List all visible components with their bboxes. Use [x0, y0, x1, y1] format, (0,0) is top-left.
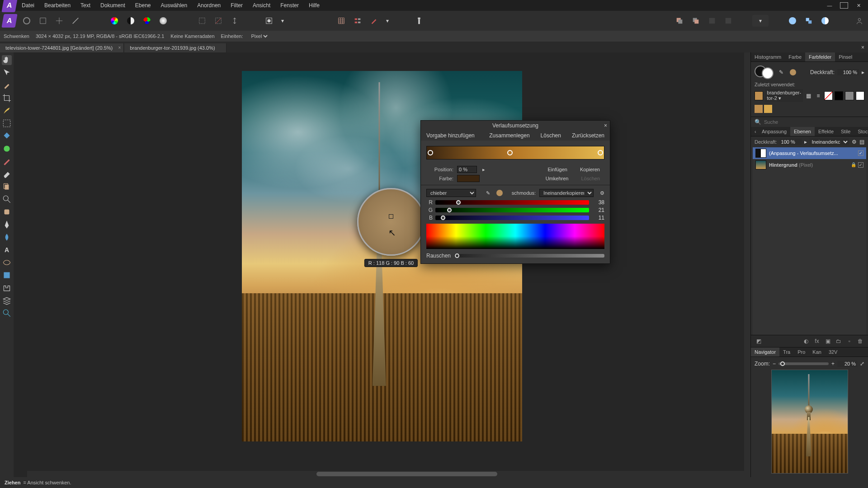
arrange-back-icon[interactable] — [674, 15, 685, 27]
heal-tool-icon[interactable] — [2, 207, 12, 217]
layer-visible-checkbox[interactable]: ✓ — [858, 150, 863, 156]
color-swatch[interactable] — [457, 175, 480, 182]
zoom-out-icon[interactable]: − — [773, 361, 776, 367]
swatch-set-select[interactable]: brandenburger-tor-2 ▾ — [765, 89, 803, 102]
flood-tool-icon[interactable] — [2, 131, 12, 141]
grey-swatch[interactable] — [845, 91, 854, 100]
window-close-icon[interactable] — [854, 2, 863, 9]
persona-develop-icon[interactable] — [53, 15, 65, 27]
zoom-input[interactable] — [837, 361, 857, 367]
zoom-fit-icon[interactable]: ⤢ — [860, 361, 864, 367]
info-icon[interactable] — [413, 15, 425, 27]
horizontal-scrollbar[interactable] — [27, 471, 750, 477]
fill-icon[interactable]: ▣ — [824, 337, 832, 345]
blend-settings-icon[interactable]: ⚙ — [600, 190, 604, 196]
arrange-front-icon[interactable] — [690, 15, 702, 27]
tab-stile[interactable]: Stile — [837, 127, 854, 136]
tab-anpassung[interactable]: Anpassung — [758, 127, 790, 136]
reset-button[interactable]: Zurücksetzen — [566, 131, 610, 141]
blend-mode-select[interactable]: Ineinanderkopieren — [539, 189, 594, 197]
tab-stock[interactable]: Stock — [854, 127, 868, 136]
fx-icon[interactable]: fx — [813, 337, 821, 345]
picker-mode-select[interactable]: chieber — [426, 189, 476, 197]
menu-anordnen[interactable]: Anordnen — [193, 1, 225, 10]
lock-icon[interactable]: 🔒 — [851, 162, 856, 168]
black-swatch[interactable] — [835, 91, 843, 100]
smudge-tool-icon[interactable] — [2, 232, 12, 242]
layer-settings-icon[interactable]: ⚙ — [852, 139, 857, 145]
bw-icon[interactable] — [125, 15, 137, 27]
menu-auswaehlen[interactable]: Auswählen — [156, 1, 192, 10]
hand-tool-icon[interactable] — [2, 55, 12, 65]
invert-button[interactable]: Umkehren — [541, 176, 573, 181]
tab-32v[interactable]: 32V — [825, 347, 841, 357]
opacity-stepper-icon[interactable]: ▸ — [862, 69, 864, 75]
tab-navigator[interactable]: Navigator — [751, 347, 779, 357]
tab-farbfelder[interactable]: Farbfelder — [805, 52, 835, 61]
r-slider[interactable] — [435, 200, 589, 205]
tab-ebenen[interactable]: Ebenen — [790, 127, 815, 136]
gradient-editor[interactable] — [426, 146, 604, 160]
tab-kan[interactable]: Kan — [809, 347, 825, 357]
position-input[interactable] — [457, 166, 477, 173]
no-color-swatch[interactable] — [824, 91, 833, 100]
g-slider[interactable] — [435, 208, 589, 212]
vector-tool-icon[interactable] — [2, 283, 12, 293]
clone-tool-icon[interactable] — [2, 182, 12, 192]
window-maximize-icon[interactable] — [840, 2, 848, 9]
menu-dokument[interactable]: Dokument — [96, 1, 130, 10]
spectrum-picker[interactable] — [426, 224, 604, 249]
zoom-slider[interactable] — [778, 362, 829, 365]
noise-slider[interactable] — [454, 254, 604, 258]
vertical-scrollbar[interactable] — [744, 52, 750, 471]
search-input[interactable] — [764, 119, 864, 125]
pen-tool-icon[interactable] — [2, 220, 12, 230]
dialog-title-bar[interactable]: Verlaufsumsetzung × — [421, 121, 610, 131]
swatch-opacity-input[interactable] — [837, 69, 859, 75]
menu-datei[interactable]: Datei — [17, 1, 39, 10]
gradient-stop-2[interactable] — [507, 150, 513, 155]
crop-tool-icon[interactable] — [2, 93, 12, 103]
persona-photo-icon[interactable] — [21, 15, 33, 27]
layer-row-adjustment[interactable]: (Anpassung - Verlaufsumsetz... ✓ — [753, 147, 866, 159]
brush-yellow-tool-icon[interactable] — [2, 106, 12, 116]
tab-tra[interactable]: Tra — [779, 347, 794, 357]
tab-pinsel[interactable]: Pinsel — [835, 52, 856, 61]
fg-bg-color-icon[interactable] — [755, 66, 774, 79]
menu-bearbeiten[interactable]: Bearbeiten — [40, 1, 75, 10]
window-minimize-icon[interactable]: — — [826, 2, 834, 9]
pen-dropdown-icon[interactable]: ▾ — [384, 15, 391, 27]
grid-icon[interactable] — [335, 15, 347, 27]
quickmask-dropdown-icon[interactable]: ▾ — [279, 15, 286, 27]
adjustment-icon[interactable]: ◐ — [802, 337, 810, 345]
layer-visible-checkbox[interactable]: ✓ — [858, 162, 863, 168]
shape-tool-icon[interactable] — [2, 270, 12, 280]
eyedropper-icon[interactable]: ✎ — [486, 190, 490, 196]
menu-filter[interactable]: Filter — [226, 1, 247, 10]
menu-hilfe[interactable]: Hilfe — [304, 1, 324, 10]
close-all-tabs-icon[interactable]: × — [858, 42, 868, 52]
dialog-close-icon[interactable]: × — [604, 122, 607, 129]
context-units-select[interactable]: Pixel — [249, 33, 269, 39]
text-tool-icon[interactable]: A — [2, 245, 12, 255]
erase-tool-icon[interactable] — [2, 169, 12, 179]
rgb-icon[interactable] — [141, 15, 153, 27]
selection-tool-icon[interactable] — [2, 118, 12, 128]
zoom-in-icon[interactable]: + — [831, 361, 835, 367]
tab-scroll-left-icon[interactable]: ‹ — [751, 127, 758, 136]
eyedropper-mini-icon[interactable]: ✎ — [777, 68, 785, 76]
fade-icon[interactable] — [157, 15, 169, 27]
pen-options-icon[interactable] — [368, 15, 380, 27]
blank-dropdown-icon[interactable]: ▾ — [752, 15, 769, 27]
copy-stop-button[interactable]: Kopieren — [576, 167, 604, 172]
persona-tone-icon[interactable] — [70, 15, 81, 27]
selection-rect-icon[interactable] — [196, 15, 208, 27]
document-tab-1[interactable]: television-tower-7244801.jpg [Geändert] … — [0, 43, 124, 52]
delete-button[interactable]: Löschen — [535, 131, 566, 141]
recent-swatch-1[interactable] — [755, 91, 763, 100]
swatch-menu-icon[interactable]: ≡ — [814, 92, 822, 100]
position-stepper-icon[interactable]: ▸ — [482, 167, 485, 173]
brush-tool-icon[interactable] — [2, 156, 12, 166]
color-picker-tool-icon[interactable] — [2, 80, 12, 90]
delete-layer-icon[interactable]: 🗑 — [856, 337, 864, 345]
